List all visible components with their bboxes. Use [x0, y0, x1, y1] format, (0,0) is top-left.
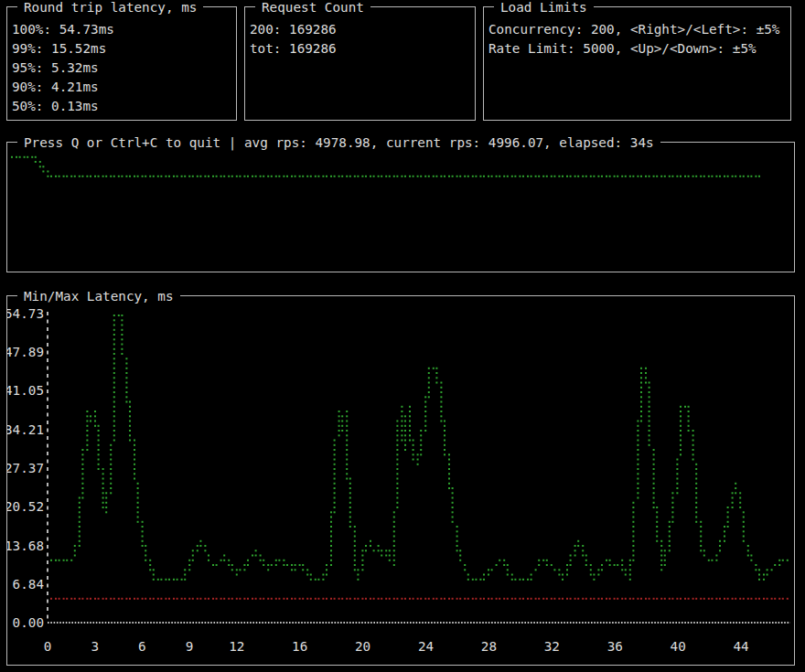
y-tick-label: 47.89: [7, 345, 44, 359]
percentile-row: 90%: 4.21ms: [12, 78, 235, 97]
load-limit-row: Rate Limit: 5000, <Up>/<Down>: ±5%: [488, 39, 789, 59]
minmax-latency-chart: 54.7347.8941.0534.2127.3720.5213.686.840…: [7, 296, 794, 665]
panel-title: Request Count: [255, 0, 370, 16]
request-count-list: 200: 169286 tot: 169286: [250, 20, 474, 59]
terminal-screen: { "colors": { "background": "#000000", "…: [0, 0, 805, 672]
request-count-row: tot: 169286: [250, 39, 474, 59]
max-latency-series-dots: [50, 315, 789, 581]
status-panel: Press Q or Ctrl+C to quit | avg rps: 497…: [6, 142, 795, 272]
x-tick-label: 20: [355, 639, 370, 654]
y-tick-label: 41.05: [7, 383, 44, 398]
request-count-row: 200: 169286: [250, 20, 474, 39]
x-tick-label: 0: [44, 639, 52, 654]
rps-series-dots: [11, 156, 760, 177]
load-limits-list: Concurrency: 200, <Right>/<Left>: ±5% Ra…: [488, 20, 789, 59]
panel-title: Load Limits: [494, 0, 594, 16]
panel-title: Round trip latency, ms: [17, 0, 203, 16]
minmax-latency-panel: Min/Max Latency, ms 54.7347.8941.0534.21…: [6, 295, 795, 666]
percentile-row: 50%: 0.13ms: [12, 97, 235, 116]
y-tick-label: 0.00: [13, 615, 44, 630]
x-tick-label: 9: [186, 639, 194, 654]
y-tick-label: 6.84: [13, 577, 44, 592]
percentile-row: 95%: 5.32ms: [12, 59, 235, 78]
rps-sparkline-chart: [7, 143, 794, 272]
percentile-row: 100%: 54.73ms: [12, 20, 235, 39]
min-latency-series-dots: [50, 598, 789, 600]
latency-percentiles-list: 100%: 54.73ms 99%: 15.52ms 95%: 5.32ms 9…: [12, 20, 235, 116]
x-tick-label: 36: [607, 639, 623, 654]
x-tick-label: 3: [91, 639, 99, 654]
x-tick-label: 44: [734, 639, 749, 654]
x-tick-label: 16: [292, 639, 307, 654]
y-tick-label: 34.21: [7, 422, 44, 437]
x-tick-label: 24: [418, 639, 434, 654]
x-tick-label: 12: [229, 639, 244, 654]
request-count-panel: Request Count 200: 169286 tot: 169286: [244, 6, 476, 121]
y-tick-label: 13.68: [7, 539, 44, 553]
x-tick-label: 6: [138, 639, 146, 654]
percentile-row: 99%: 15.52ms: [12, 39, 235, 59]
x-tick-label: 40: [671, 639, 686, 654]
round-trip-latency-panel: Round trip latency, ms 100%: 54.73ms 99%…: [6, 6, 237, 121]
x-tick-label: 32: [544, 639, 560, 654]
load-limit-row: Concurrency: 200, <Right>/<Left>: ±5%: [488, 20, 789, 39]
y-tick-label: 20.52: [7, 499, 44, 514]
x-tick-label: 28: [481, 639, 497, 654]
y-tick-label: 27.37: [7, 461, 44, 475]
y-tick-label: 54.73: [7, 306, 44, 321]
load-limits-panel: Load Limits Concurrency: 200, <Right>/<L…: [483, 6, 791, 121]
